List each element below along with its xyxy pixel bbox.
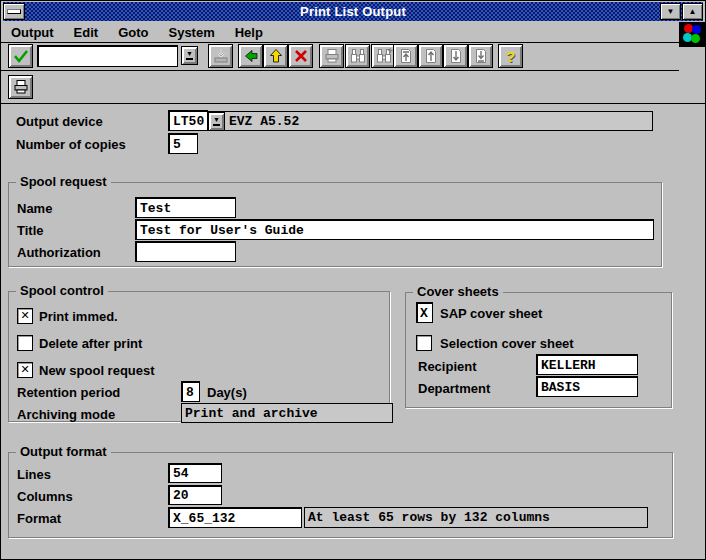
back-arrow-icon [243,48,259,64]
system-menu-button[interactable] [3,3,25,20]
previous-page-button[interactable] [418,44,443,68]
first-page-button[interactable] [393,44,418,68]
printer-icon [13,79,29,95]
find-button[interactable] [345,44,370,68]
application-toolbar [1,71,705,104]
sap-cover-sheet-input[interactable] [416,302,433,323]
output-device-input[interactable] [168,110,208,131]
next-page-icon [448,48,464,64]
maximize-icon: ▲ [689,7,697,16]
department-label: Department [418,381,490,396]
lines-input[interactable] [168,463,222,483]
spool-control-group-title: Spool control [16,283,108,298]
archiving-mode-label: Archiving mode [17,407,115,422]
previous-page-icon [423,48,439,64]
sap-cover-sheet-label: SAP cover sheet [440,306,542,321]
menu-output[interactable]: Output [1,23,64,42]
output-format-group: Output format Lines Columns Format At le… [8,452,673,538]
minimize-icon: ▼ [667,7,675,16]
dropdown-arrow-icon: ▼ [213,117,220,126]
output-device-description-text: EVZ A5.52 [229,114,299,129]
format-label: Format [17,511,61,526]
format-input[interactable] [168,507,302,528]
last-page-button[interactable] [468,44,493,68]
save-icon [213,48,229,64]
output-device-label: Output device [16,114,103,129]
save-button[interactable] [208,44,233,68]
menu-system[interactable]: System [158,23,224,42]
spool-request-group: Spool request Name Title Authorization [8,182,662,267]
enter-check-icon [13,48,29,64]
standard-toolbar: ▼ [1,43,679,71]
menu-help[interactable]: Help [225,23,273,42]
print-list-button[interactable] [8,75,33,99]
retention-period-unit: Day(s) [207,385,247,400]
help-button[interactable]: ? [498,44,523,68]
title-bar: Print List Output ▼ ▲ [3,2,703,21]
copies-input[interactable] [168,133,198,154]
output-format-group-title: Output format [16,444,111,459]
spool-request-group-title: Spool request [16,174,111,189]
output-device-description: EVZ A5.52 [180,111,653,131]
selection-cover-sheet-label: Selection cover sheet [440,336,574,351]
help-question-icon: ? [506,48,515,65]
name-input[interactable] [135,197,236,218]
command-field-input[interactable] [37,45,178,67]
sap-logo-green-dot [691,34,700,43]
minimize-button[interactable]: ▼ [660,3,681,20]
menu-goto[interactable]: Goto [108,23,158,42]
archiving-mode-display: Print and archive [181,403,393,423]
printer-icon [324,48,340,64]
enter-button[interactable] [8,44,33,68]
recipient-label: Recipient [418,359,477,374]
cancel-button[interactable] [288,44,313,68]
spool-control-group: Spool control ✕ Print immed. Delete afte… [8,291,390,422]
exit-up-arrow-icon [268,48,284,64]
print-immediately-label: Print immed. [39,309,118,324]
format-description-display: At least 65 rows by 132 columns [304,507,648,528]
last-page-icon [473,48,489,64]
binoculars-icon [350,48,366,64]
sap-logo [679,22,705,47]
print-list-output-window: Print List Output ▼ ▲ Output Edit Goto S… [0,0,706,560]
title-input[interactable] [135,219,654,240]
delete-after-print-label: Delete after print [39,336,142,351]
maximize-button[interactable]: ▲ [682,3,703,20]
retention-period-label: Retention period [17,385,120,400]
columns-label: Columns [17,489,73,504]
retention-period-input[interactable] [181,381,200,402]
authorization-input[interactable] [135,241,236,262]
department-input[interactable] [536,376,638,397]
first-page-icon [398,48,414,64]
command-history-dropdown-button[interactable]: ▼ [181,46,198,65]
cover-sheets-group-title: Cover sheets [413,284,503,299]
archiving-mode-text: Print and archive [185,406,318,421]
print-immediately-checkbox[interactable]: ✕ [17,308,33,324]
dropdown-arrow-icon: ▼ [186,51,193,60]
title-label: Title [17,223,44,238]
sap-logo-blue-dot [692,25,701,34]
window-title: Print List Output [3,4,703,19]
columns-input[interactable] [168,485,222,505]
selection-cover-sheet-checkbox[interactable] [416,335,432,351]
name-label: Name [17,201,52,216]
format-description-text: At least 65 rows by 132 columns [308,510,550,525]
authorization-label: Authorization [17,245,101,260]
new-spool-request-label: New spool request [39,363,155,378]
recipient-input[interactable] [536,354,638,375]
output-device-dropdown-button[interactable]: ▼ [208,112,225,131]
print-button-disabled[interactable] [319,44,344,68]
cancel-x-icon [293,48,309,64]
copies-label: Number of copies [16,137,126,152]
exit-button[interactable] [263,44,288,68]
lines-label: Lines [17,467,51,482]
system-menu-icon [7,9,21,14]
menu-bar: Output Edit Goto System Help [1,22,705,43]
back-button[interactable] [238,44,263,68]
delete-after-print-checkbox[interactable] [17,335,33,351]
menu-edit[interactable]: Edit [64,23,109,42]
cover-sheets-group: Cover sheets SAP cover sheet Selection c… [405,292,672,408]
next-page-button[interactable] [443,44,468,68]
new-spool-request-checkbox[interactable]: ✕ [17,362,33,378]
